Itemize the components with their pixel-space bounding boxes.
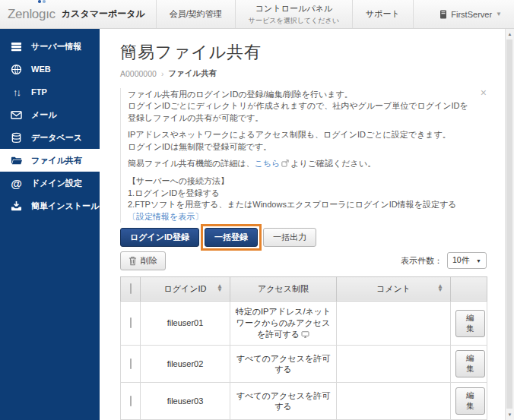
sort-arrows-icon[interactable]: ▲▼ xyxy=(437,286,443,293)
login-id-cell: fileuser03 xyxy=(141,383,230,420)
server-small-icon xyxy=(439,10,447,19)
vertical-scrollbar[interactable]: ▲ ▼ xyxy=(505,29,514,420)
checkbox-cell xyxy=(121,383,141,420)
nav-label: 会員/契約管理 xyxy=(170,8,222,20)
info-line: よりご確認ください。 xyxy=(290,159,376,168)
access-cell: すべてのアクセスを許可する xyxy=(230,346,337,383)
sidebar-item-file-sharing[interactable]: ファイル共有 xyxy=(0,149,100,172)
sidebar-item-label: ドメイン設定 xyxy=(31,178,82,189)
nav-sublabel: サービスを選択してください xyxy=(249,16,339,26)
display-count-select[interactable]: 10件 ▼ xyxy=(447,252,487,269)
edit-cell: 編集 xyxy=(451,383,487,420)
page-title: 簡易ファイル共有 xyxy=(120,41,487,64)
login-id-cell: fileuser02 xyxy=(141,346,230,383)
sidebar-item-database[interactable]: データベース xyxy=(0,126,100,149)
row-checkbox[interactable] xyxy=(130,396,132,406)
scrollbar-thumb[interactable] xyxy=(506,39,512,409)
sidebar-item-ftp[interactable]: ↑↓ FTP xyxy=(0,81,100,103)
nav-label: サポート xyxy=(366,8,400,20)
nav-label: コントロールパネル xyxy=(255,3,332,14)
access-text: 特定のIPアドレス/ネットワークからのみアクセスを許可する xyxy=(236,307,332,339)
delete-button[interactable]: 削除 xyxy=(120,251,166,270)
row-checkbox[interactable] xyxy=(130,358,132,369)
zenlogic-logo[interactable]: Zenlogıc カスタマーポータル xyxy=(0,0,156,28)
delete-label: 削除 xyxy=(141,255,157,267)
header-label: ログインID xyxy=(163,284,206,293)
bulk-export-button[interactable]: 一括出力 xyxy=(263,228,316,247)
sidebar-item-label: データベース xyxy=(31,132,82,144)
comment-cell xyxy=(337,346,451,383)
nav-control-panel[interactable]: コントロールパネル サービスを選択してください xyxy=(235,0,352,28)
header-access: アクセス制限 xyxy=(230,276,337,301)
header-edit xyxy=(451,276,487,301)
account-name: FirstServer xyxy=(451,10,492,19)
server-icon xyxy=(10,40,23,52)
nav-support[interactable]: サポート xyxy=(352,0,414,28)
select-all-cell xyxy=(121,276,141,301)
sidebar-item-mail[interactable]: メール xyxy=(0,103,100,126)
register-login-id-button[interactable]: ログインID登録 xyxy=(120,228,199,247)
topbar: Zenlogıc カスタマーポータル 会員/契約管理 コントロールパネル サービ… xyxy=(0,0,514,29)
info-line: 【サーバーへの接続方法】 xyxy=(128,176,229,185)
edit-button[interactable]: 編集 xyxy=(455,350,485,377)
breadcrumb-account[interactable]: A0000000 xyxy=(120,69,157,78)
info-line: ログインIDごとにディレクトリが作成されますので、社内やグループ単位でログインI… xyxy=(128,101,468,122)
info-line: ファイル共有用のログインIDの登録/編集/削除を行います。 xyxy=(128,90,353,99)
sidebar-item-web[interactable]: WEB xyxy=(0,58,100,81)
display-count-label: 表示件数： xyxy=(401,255,443,267)
account-selector[interactable]: FirstServer ▼ xyxy=(439,0,514,28)
caret-down-icon: ▼ xyxy=(476,258,481,264)
scroll-down-icon[interactable]: ▼ xyxy=(506,410,514,419)
nav-member-contract[interactable]: 会員/契約管理 xyxy=(156,0,235,28)
logo-text: Zenlogıc xyxy=(8,7,56,22)
scroll-up-icon[interactable]: ▲ xyxy=(506,30,514,39)
info-line: IPアドレスやネットワークによるアクセス制限も、ログインIDごとに設定できます。 xyxy=(128,130,451,139)
access-cell: すべてのアクセスを許可する xyxy=(230,383,337,420)
breadcrumb-separator: › xyxy=(161,70,163,78)
main-content: 簡易ファイル共有 A0000000 › ファイル共有 × ファイル共有用のログイ… xyxy=(100,29,514,420)
info-panel: × ファイル共有用のログインIDの登録/編集/削除を行います。 ログインIDごと… xyxy=(120,88,487,223)
sidebar-item-easy-install[interactable]: 簡単インストール xyxy=(0,194,100,217)
comment-cell xyxy=(337,301,451,346)
globe-icon xyxy=(10,63,23,75)
row-checkbox[interactable] xyxy=(130,317,132,328)
sidebar: サーバー情報 WEB ↑↓ FTP メール データベース ファイル共有 @ ドメ… xyxy=(0,29,100,420)
login-id-table: ログインID ▲▼ アクセス制限 コメント ▲▼ fileuser01 特定のI… xyxy=(120,276,487,420)
header-login-id: ログインID ▲▼ xyxy=(141,276,230,301)
details-link[interactable]: こちら xyxy=(255,159,281,168)
table-row: fileuser03 すべてのアクセスを許可する 編集 xyxy=(121,383,487,420)
header-label: コメント xyxy=(376,284,411,293)
access-cell: 特定のIPアドレス/ネットワークからのみアクセスを許可する xyxy=(230,301,337,346)
secondary-row: 削除 表示件数： 10件 ▼ xyxy=(120,251,487,270)
checkbox-cell xyxy=(121,346,141,383)
select-all-checkbox[interactable] xyxy=(130,283,132,294)
sidebar-item-label: FTP xyxy=(31,87,47,96)
sidebar-item-label: ファイル共有 xyxy=(31,155,82,166)
trash-icon xyxy=(128,256,137,266)
display-count-top: 表示件数： 10件 ▼ xyxy=(401,252,487,269)
info-line: 簡易ファイル共有機能の詳細は、 xyxy=(128,159,255,168)
install-icon xyxy=(10,200,23,212)
action-button-row: ログインID登録 一括登録 一括出力 xyxy=(120,228,487,247)
database-icon xyxy=(10,131,23,144)
show-config-link[interactable]: 〔設定情報を表示〕 xyxy=(128,212,203,221)
checkbox-cell xyxy=(121,301,141,346)
portal-name: カスタマーポータル xyxy=(62,8,145,21)
info-paragraph: 簡易ファイル共有機能の詳細は、こちらよりご確認ください。 xyxy=(128,158,474,170)
chevron-down-icon: ▼ xyxy=(496,11,502,17)
bulk-register-button[interactable]: 一括登録 xyxy=(205,228,258,247)
sidebar-item-server-info[interactable]: サーバー情報 xyxy=(0,35,100,58)
sort-arrows-icon[interactable]: ▲▼ xyxy=(217,286,223,293)
sidebar-item-label: WEB xyxy=(31,65,51,74)
external-link-icon xyxy=(281,159,289,170)
close-icon[interactable]: × xyxy=(481,87,487,98)
breadcrumb-current: ファイル共有 xyxy=(168,68,217,79)
edit-button[interactable]: 編集 xyxy=(455,387,485,415)
info-line: 1.ログインIDを登録する xyxy=(128,188,220,197)
logo-dot-icon xyxy=(43,0,46,3)
sidebar-item-domain-settings[interactable]: @ ドメイン設定 xyxy=(0,172,100,194)
at-sign-icon: @ xyxy=(10,177,23,189)
bulk-register-wrapper: 一括登録 xyxy=(205,228,258,247)
edit-button[interactable]: 編集 xyxy=(455,310,485,337)
logo-dot-icon xyxy=(38,0,41,3)
